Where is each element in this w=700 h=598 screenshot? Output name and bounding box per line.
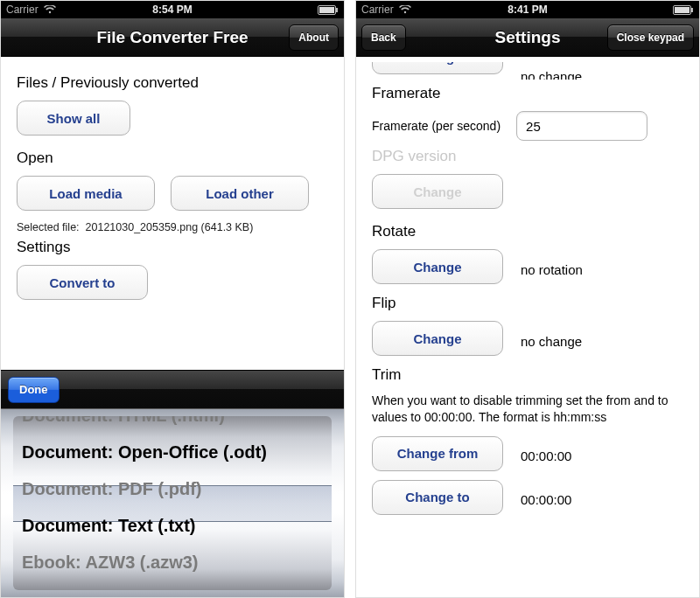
svg-rect-1 — [319, 7, 334, 13]
page-title: Settings — [495, 28, 561, 47]
trim-from-value: 00:00:00 — [521, 448, 571, 463]
done-button[interactable]: Done — [8, 377, 60, 403]
picker-toolbar: Done — [1, 370, 344, 408]
picker-item[interactable]: Document: Open-Office (.odt) — [13, 434, 332, 470]
framerate-input[interactable] — [516, 111, 648, 141]
format-picker[interactable]: Document: HTML (.html) Document: Open-Of… — [1, 408, 344, 597]
main-content: Files / Previously converted Show all Op… — [1, 57, 344, 321]
status-bar: Carrier 8:41 PM — [356, 1, 699, 18]
status-time: 8:54 PM — [152, 3, 192, 16]
partial-row: Change no change — [372, 62, 683, 80]
convert-to-button[interactable]: Convert to — [17, 265, 148, 300]
status-time: 8:41 PM — [508, 3, 547, 16]
value-label: no change — [521, 69, 582, 80]
rotate-change-button[interactable]: Change — [372, 249, 503, 284]
status-bar: Carrier 8:54 PM — [1, 1, 344, 18]
settings-content: Change no change Framerate Framerate (pe… — [356, 57, 699, 536]
screen-settings: Carrier 8:41 PM Back Settings Close keyp… — [355, 0, 700, 598]
screen-main: Carrier 8:54 PM File Converter Free Abou… — [0, 0, 345, 598]
settings-heading: Settings — [17, 239, 328, 256]
back-button[interactable]: Back — [361, 24, 406, 51]
svg-rect-4 — [675, 7, 690, 13]
change-button[interactable]: Change — [372, 62, 503, 74]
battery-icon — [318, 5, 339, 15]
rotate-value: no rotation — [521, 262, 583, 277]
load-other-button[interactable]: Load other — [171, 176, 309, 211]
framerate-label: Framerate (per second) — [372, 119, 500, 133]
picker-overlay: Done Document: HTML (.html) Document: Op… — [1, 370, 344, 597]
load-media-button[interactable]: Load media — [17, 176, 155, 211]
nav-bar: Back Settings Close keypad — [356, 18, 699, 57]
open-heading: Open — [17, 150, 328, 167]
carrier-label: Carrier — [361, 3, 394, 16]
selected-file-label: Selected file: 20121030_205359.png (641.… — [17, 221, 328, 233]
picker-item[interactable]: Ebook: AZW3 (.azw3) — [13, 544, 332, 581]
nav-bar: File Converter Free About — [1, 18, 344, 57]
dpg-change-button: Change — [372, 174, 503, 209]
wifi-icon — [399, 5, 411, 14]
battery-icon — [673, 5, 694, 15]
close-keypad-button[interactable]: Close keypad — [607, 24, 694, 51]
page-title: File Converter Free — [96, 28, 248, 47]
flip-change-button[interactable]: Change — [372, 321, 503, 356]
rotate-heading: Rotate — [372, 223, 683, 240]
about-button[interactable]: About — [289, 24, 339, 51]
carrier-label: Carrier — [6, 3, 38, 16]
trim-to-value: 00:00:00 — [521, 492, 571, 507]
flip-heading: Flip — [372, 295, 683, 312]
picker-item-selected[interactable]: Document: PDF (.pdf) — [13, 470, 332, 507]
wifi-icon — [44, 5, 56, 14]
files-heading: Files / Previously converted — [17, 74, 328, 92]
svg-rect-2 — [336, 8, 338, 12]
show-all-button[interactable]: Show all — [17, 101, 130, 136]
trim-help: When you want to disable trimming set th… — [372, 393, 683, 426]
picker-item[interactable]: Document: Text (.txt) — [13, 507, 332, 544]
framerate-heading: Framerate — [372, 85, 683, 102]
trim-heading: Trim — [372, 366, 683, 384]
dpg-heading: DPG version — [372, 148, 683, 165]
picker-item[interactable]: Document: HTML (.html) — [13, 416, 332, 434]
flip-value: no change — [521, 334, 582, 349]
svg-rect-5 — [691, 8, 693, 12]
trim-to-button[interactable]: Change to — [372, 480, 503, 515]
trim-from-button[interactable]: Change from — [372, 436, 503, 471]
